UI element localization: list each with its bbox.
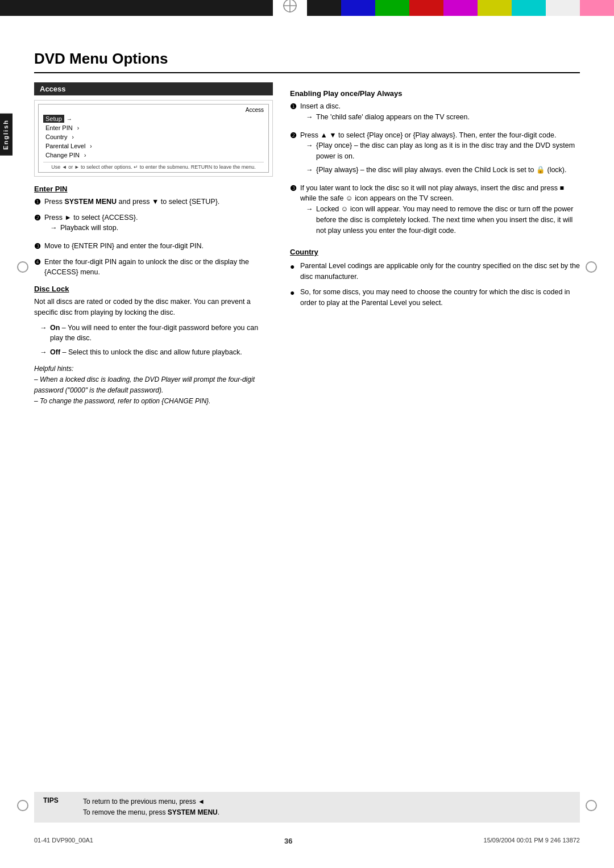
system-menu-bold-1: SYSTEM MENU — [64, 198, 117, 206]
top-bar-colors — [307, 0, 614, 16]
system-menu-bold-tips: SYSTEM MENU — [168, 808, 218, 816]
left-column: Access Access Setup → Enter PIN › — [34, 82, 273, 407]
on-bold: On — [50, 324, 60, 332]
arrow-sym-off: → — [40, 347, 50, 358]
disc-lock-intro: Not all discs are rated or coded by the … — [34, 297, 273, 318]
step-enter-pin-2: ❷ Press ► to select {ACCESS}. → Playback… — [34, 212, 273, 237]
country-bullet-1: ● Parental Level codings are applicable … — [290, 261, 580, 282]
page-title: DVD Menu Options — [34, 50, 580, 73]
arrow-sym-on: → — [40, 323, 50, 344]
crosshair-bottom-left — [17, 800, 28, 811]
menu-box-inner: Access Setup → Enter PIN › Country › — [38, 104, 269, 173]
country-bullet-1-text: Parental Level codings are applicable on… — [300, 261, 580, 282]
color-block-green — [375, 0, 409, 16]
crosshair-right — [586, 261, 597, 273]
playback-stop-text: Playback will stop. — [60, 223, 118, 233]
helpful-hint-1: – When a locked disc is loading, the DVD… — [34, 374, 273, 396]
crosshair-left — [17, 261, 28, 273]
menu-item-parentallevel: Parental Level › — [43, 141, 264, 151]
arrow-play-once: → {Play once} – the disc can play as lon… — [300, 140, 580, 162]
menu-box: Access Setup → Enter PIN › Country › — [34, 100, 273, 177]
menu-country-arrow: › — [72, 134, 74, 140]
menu-enterpin-arrow: › — [77, 125, 79, 131]
step-play-num-2: ❷ — [290, 130, 300, 178]
menu-setup-arrow: → — [67, 116, 72, 122]
disc-lock-off-text: Off – Select this to unlock the disc and… — [50, 347, 242, 358]
tips-content: To return to the previous menu, press ◄ … — [83, 796, 219, 818]
page-content: DVD Menu Options Access Access Setup → E… — [34, 16, 580, 407]
color-block-black — [307, 0, 341, 16]
disc-lock-on-text: On – You will need to enter the four-dig… — [50, 323, 273, 344]
arrow-locked-icon: → Locked ☺ icon will appear. You may nee… — [300, 204, 580, 236]
arrow-sym-r2b: → — [306, 165, 316, 176]
play-once-text: {Play once} – the disc can play as long … — [316, 140, 580, 162]
arrow-sym-2: → — [50, 223, 60, 233]
menu-changepin-arrow: › — [84, 152, 86, 158]
step-play-3: ❸ If you later want to lock the disc so … — [290, 183, 580, 239]
arrow-child-safe: → The 'child safe' dialog appears on the… — [300, 112, 580, 123]
step-play-content-2: Press ▲ ▼ to select {Play once} or {Play… — [300, 130, 580, 178]
menu-item-enterpin: Enter PIN › — [43, 123, 264, 132]
menu-item-setup: Setup → — [43, 114, 264, 123]
off-bold: Off — [50, 348, 60, 356]
step-enter-pin-4: ❹ Enter the four-digit PIN again to unlo… — [34, 257, 273, 278]
bullet-dot-1: ● — [290, 261, 300, 282]
color-block-magenta — [443, 0, 478, 16]
child-safe-text: The 'child safe' dialog appears on the T… — [316, 112, 470, 123]
tips-label: TIPS — [43, 796, 72, 804]
menu-item-parentallevel-label: Parental Level — [43, 142, 88, 150]
menu-title: Access — [246, 107, 264, 113]
country-bullet-2: ● So, for some discs, you may need to ch… — [290, 287, 580, 308]
step-play-num-3: ❸ — [290, 183, 300, 239]
top-crosshair — [273, 0, 307, 11]
menu-item-country: Country › — [43, 132, 264, 141]
tips-line-1: To return to the previous menu, press ◄ — [83, 796, 219, 807]
arrow-play-always: → {Play always} – the disc will play alw… — [300, 165, 580, 176]
columns: Access Access Setup → Enter PIN › — [34, 82, 580, 407]
step-num-4: ❹ — [34, 257, 44, 278]
disc-lock-off-item: → Off – Select this to unlock the disc a… — [34, 347, 273, 358]
tips-line-2: To remove the menu, press SYSTEM MENU. — [83, 807, 219, 818]
country-header: Country — [290, 248, 580, 256]
color-block-pink — [580, 0, 614, 16]
crosshair-bottom-right — [586, 800, 597, 811]
access-header: Access — [34, 82, 273, 95]
step-content-2: Press ► to select {ACCESS}. → Playback w… — [44, 212, 273, 237]
menu-hint: Use ◄ or ► to select other options. ↵ to… — [43, 162, 264, 170]
footer-right: 15/09/2004 00:01 PM 9 246 13872 — [484, 837, 580, 845]
right-column: Enabling Play once/Play Always ❶ Insert … — [290, 82, 580, 407]
footer: 01-41 DVP900_00A1 36 15/09/2004 00:01 PM… — [34, 837, 580, 845]
helpful-hints-title: Helpful hints: — [34, 364, 273, 374]
country-bullets: ● Parental Level codings are applicable … — [290, 261, 580, 308]
country-section: Country ● Parental Level codings are app… — [290, 248, 580, 308]
helpful-hints-block: Helpful hints: – When a locked disc is l… — [34, 364, 273, 407]
color-block-blue — [341, 0, 375, 16]
top-color-bar — [0, 0, 614, 16]
step-play-num-1: ❶ — [290, 101, 300, 126]
country-bullet-2-text: So, for some discs, you may need to choo… — [300, 287, 580, 308]
enter-pin-header: Enter PIN — [34, 185, 273, 193]
arrow-sym-r3: → — [306, 204, 316, 236]
tips-bar: TIPS To return to the previous menu, pre… — [34, 792, 580, 823]
step-play-2: ❷ Press ▲ ▼ to select {Play once} or {Pl… — [290, 130, 580, 178]
disc-lock-on-item: → On – You will need to enter the four-d… — [34, 323, 273, 344]
step-num-3: ❸ — [34, 241, 44, 252]
step-num-1: ❶ — [34, 197, 44, 208]
step-content-1: Press SYSTEM MENU and press ▼ to select … — [44, 197, 273, 208]
disc-lock-header: Disc Lock — [34, 285, 273, 293]
footer-center: 36 — [284, 837, 292, 845]
color-block-yellow — [478, 0, 512, 16]
footer-left: 01-41 DVP900_00A1 — [34, 837, 93, 845]
arrow-sym-r1: → — [306, 112, 316, 123]
locked-icon-text: Locked ☺ icon will appear. You may need … — [316, 204, 580, 236]
color-block-red — [409, 0, 443, 16]
enabling-play-header: Enabling Play once/Play Always — [290, 89, 580, 98]
menu-item-setup-label: Setup — [43, 115, 64, 123]
step-play-content-1: Insert a disc. → The 'child safe' dialog… — [300, 101, 580, 126]
step-play-content-3: If you later want to lock the disc so it… — [300, 183, 580, 239]
top-bar-black — [0, 0, 273, 16]
menu-item-changepin: Change PIN › — [43, 151, 264, 160]
menu-item-country-label: Country — [43, 133, 70, 141]
step-play-1: ❶ Insert a disc. → The 'child safe' dial… — [290, 101, 580, 126]
step-content-4: Enter the four-digit PIN again to unlock… — [44, 257, 273, 278]
